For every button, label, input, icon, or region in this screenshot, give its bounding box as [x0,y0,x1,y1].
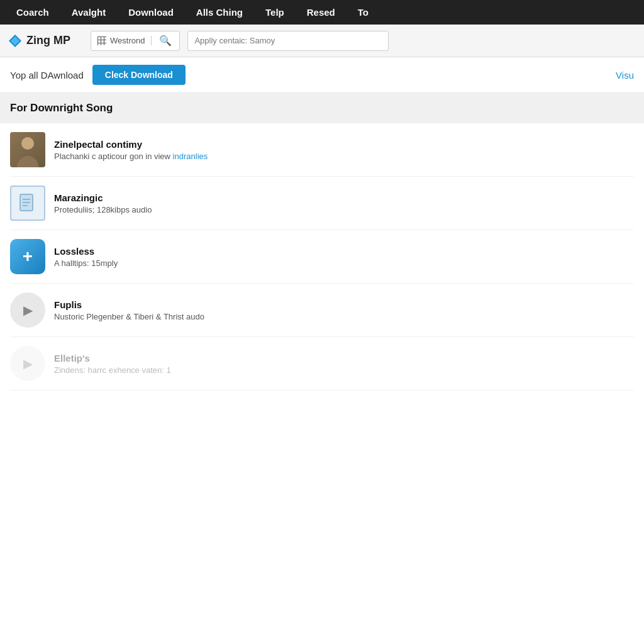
song-item-3[interactable]: Lossless A halltips: 15mply [10,230,634,284]
song-item-4[interactable]: Fuplis Nustoric Plegenber & Tiberi & Thr… [10,284,634,337]
nav-item-resed[interactable]: Resed [296,7,347,18]
logo-text: Zing MP [26,34,70,47]
nav-item-coarch[interactable]: Coarch [5,7,60,18]
song-desc-plain-3: A halltips: 15mply [54,258,118,268]
song-thumb-2 [10,186,45,221]
song-name-3: Lossless [54,246,634,257]
song-desc-plain-2: Proteduliis; 128kibps audio [54,205,152,214]
search-input[interactable] [187,31,389,51]
doc-icon [18,193,38,213]
song-name-2: Marazingic [54,192,634,203]
app-header: Zing MP Westrond 🔍 [0,25,644,57]
song-info-2: Marazingic Proteduliis; 128kibps audio [54,192,634,214]
song-thumb-1 [10,132,45,167]
search-icon: 🔍 [159,35,172,47]
search-box-label[interactable]: Westrond [91,36,152,45]
search-box: Westrond 🔍 [91,31,180,51]
song-desc-link-1[interactable]: indranlies [173,152,208,161]
song-desc-4: Nustoric Plegenber & Tiberi & Thrist aud… [54,312,634,321]
nav-item-download[interactable]: Download [117,7,185,18]
song-item-5[interactable]: Elletip's Zindens: harrc exhence vaten: … [10,337,634,391]
logo-icon [8,33,23,48]
song-thumb-4 [10,292,45,328]
song-info-4: Fuplis Nustoric Plegenber & Tiberi & Thr… [54,299,634,321]
song-thumb-3 [10,239,45,274]
visu-link[interactable]: Visu [616,70,634,80]
search-button[interactable]: 🔍 [152,31,179,50]
song-desc-1: Plachanki c apticour gon in view indranl… [54,152,634,161]
song-info-5: Elletip's Zindens: harrc exhence vaten: … [54,353,634,375]
nav-item-avalght[interactable]: Avalght [60,7,117,18]
song-desc-5: Zindens: harrc exhence vaten: 1 [54,365,634,375]
song-desc-plain-1: Plachanki c apticour gon in view [54,152,173,161]
song-item-1[interactable]: Zinelpectal contimy Plachanki c apticour… [10,123,634,177]
song-desc-2: Proteduliis; 128kibps audio [54,205,634,214]
song-desc-3: A halltips: 15mply [54,258,634,268]
song-name-5: Elletip's [54,353,634,364]
song-info-3: Lossless A halltips: 15mply [54,246,634,268]
grid-icon [97,36,106,45]
song-list: Zinelpectal contimy Plachanki c apticour… [0,123,644,391]
song-info-1: Zinelpectal contimy Plachanki c apticour… [54,139,634,161]
song-name-1: Zinelpectal contimy [54,139,634,150]
song-item-2[interactable]: Marazingic Proteduliis; 128kibps audio [10,177,634,230]
sub-header-title: Yop all DAwnload [10,70,84,80]
song-desc-plain-5: Zindens: harrc exhence vaten: 1 [54,365,171,375]
nav-item-to[interactable]: To [347,7,380,18]
nav-item-telp[interactable]: Telp [254,7,296,18]
section-title: For Downright Song [10,102,113,114]
sub-header: Yop all DAwnload Cleck Download Visu [0,57,644,93]
song-thumb-5 [10,346,45,381]
click-download-button[interactable]: Cleck Download [92,65,186,85]
logo-area: Zing MP [8,33,83,48]
sub-header-left: Yop all DAwnload Cleck Download [10,65,186,85]
top-navigation: Coarch Avalght Download Alls Ching Telp … [0,0,644,25]
section-header: For Downright Song [0,93,644,123]
nav-item-alls-ching[interactable]: Alls Ching [185,7,254,18]
song-desc-plain-4: Nustoric Plegenber & Tiberi & Thrist aud… [54,312,204,321]
search-box-label-text: Westrond [110,36,145,45]
song-name-4: Fuplis [54,299,634,310]
